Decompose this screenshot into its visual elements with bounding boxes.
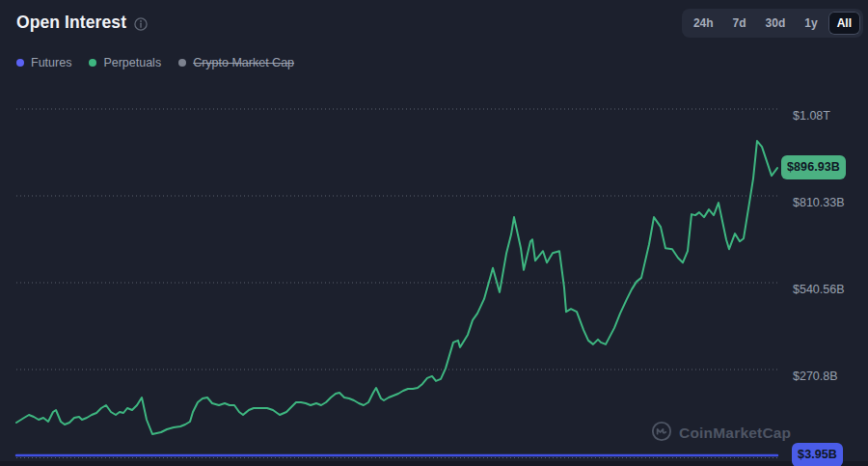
range-button-all[interactable]: All [828,12,860,35]
futures-dot-icon [16,59,24,67]
legend-item-crypto-market-cap[interactable]: Crypto Market Cap [178,56,294,69]
title-row: Open Interest [16,13,148,33]
range-button-1y[interactable]: 1y [796,12,826,35]
legend: FuturesPerpetualsCrypto Market Cap [16,56,294,69]
range-button-7d[interactable]: 7d [724,12,755,35]
perpetuals-dot-icon [89,59,96,67]
legend-label: Futures [31,56,71,69]
card-bottom-edge [0,461,868,466]
legend-item-futures[interactable]: Futures [16,56,71,69]
info-icon[interactable] [134,17,148,31]
watermark-text: CoinMarketCap [679,425,791,442]
range-selector: 24h7d30d1yAll [682,9,863,38]
series-line-perpetuals [16,141,777,434]
page-title: Open Interest [16,13,126,33]
coinmarketcap-watermark: CoinMarketCap [651,421,791,446]
y-axis-tick-label: $1.08T [793,109,830,123]
legend-item-perpetuals[interactable]: Perpetuals [89,56,161,69]
legend-label: Crypto Market Cap [193,56,294,69]
range-button-30d[interactable]: 30d [757,12,795,35]
coinmarketcap-logo-icon [651,421,672,446]
range-button-24h[interactable]: 24h [685,12,722,35]
crypto-market-cap-dot-icon [178,59,186,67]
legend-label: Perpetuals [103,56,161,69]
y-axis-tick-label: $540.56B [793,283,845,296]
open-interest-widget: Open Interest 24h7d30d1yAll FuturesPerpe… [0,0,868,466]
perpetuals-value-badge: $896.93B [781,155,846,179]
y-axis-tick-label: $270.8B [793,370,838,383]
futures-value-badge: $3.95B [792,443,843,466]
y-axis-tick-label: $810.33B [793,196,845,209]
chart-canvas[interactable] [0,0,868,466]
